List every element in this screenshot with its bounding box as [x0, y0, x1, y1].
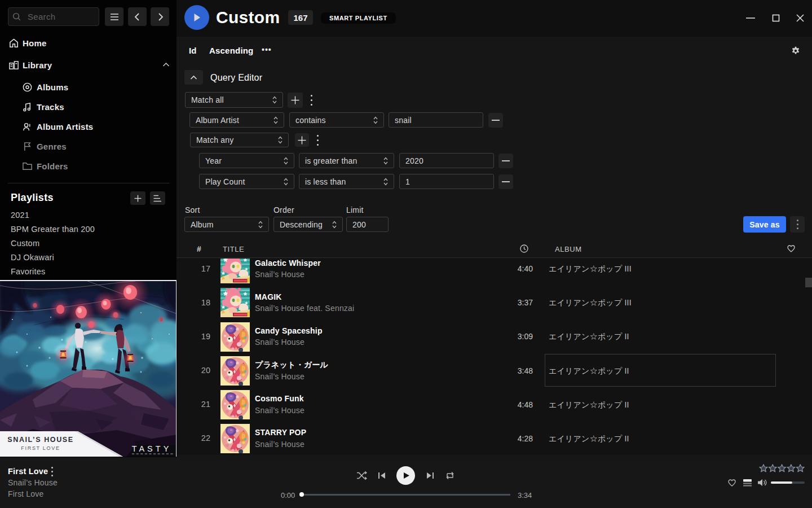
svg-text:FIRST LOVE: FIRST LOVE [21, 445, 60, 451]
svg-text:TASTY: TASTY [132, 444, 172, 453]
svg-text:SNAIL’S HOUSE: SNAIL’S HOUSE [7, 436, 73, 444]
